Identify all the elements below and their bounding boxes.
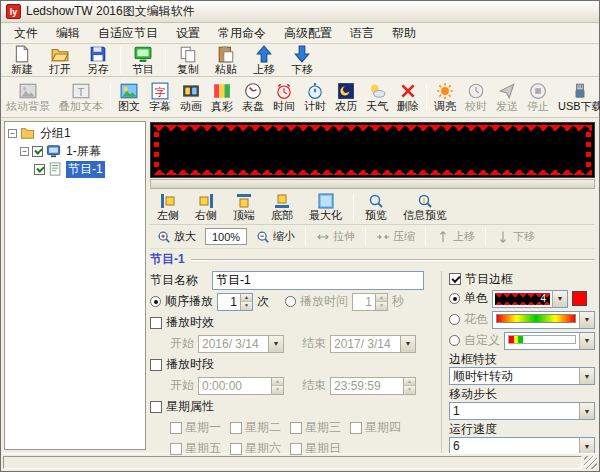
program-border-checkbox[interactable] xyxy=(449,273,461,285)
multi-color-select[interactable]: ▼ xyxy=(492,311,595,329)
paste-button[interactable]: 粘贴 xyxy=(208,43,244,77)
dropdown-arrow-icon[interactable]: ▼ xyxy=(579,333,594,349)
overlay-text-button[interactable]: T 叠加文本 xyxy=(55,80,107,114)
play-time-radio[interactable] xyxy=(285,296,296,307)
tree-program-label[interactable]: 节目-1 xyxy=(66,161,105,178)
save-as-button[interactable]: 另存 xyxy=(80,43,116,77)
move-step-select[interactable]: 1 ▼ xyxy=(449,402,595,420)
spin-up-icon[interactable]: ▲ xyxy=(241,294,252,302)
align-bottom-button[interactable]: 底部 xyxy=(264,191,300,223)
period-checkbox[interactable] xyxy=(150,359,162,371)
time-sync-button[interactable]: 校时 xyxy=(461,80,491,114)
validity-end-date-picker[interactable]: 2017/ 3/14 ▼ xyxy=(330,335,416,353)
week-attribute-checkbox[interactable] xyxy=(150,401,162,413)
resize-grip[interactable] xyxy=(584,456,597,469)
timer-button[interactable]: 计时 xyxy=(300,80,330,114)
tree-collapse-icon[interactable]: − xyxy=(20,147,29,156)
dial-button[interactable]: 表盘 xyxy=(238,80,268,114)
validity-checkbox[interactable] xyxy=(150,317,162,329)
time-button[interactable]: 时间 xyxy=(269,80,299,114)
maximize-button[interactable]: 最大化 xyxy=(302,191,349,223)
spin-down-icon[interactable]: ▼ xyxy=(241,301,252,310)
weekday-wednesday[interactable]: 星期三 xyxy=(290,419,341,436)
period-start-time-spinner[interactable]: 0:00:00 ▲▼ xyxy=(198,377,284,395)
align-left-button[interactable]: 左侧 xyxy=(150,191,186,223)
dropdown-arrow-icon[interactable]: ▼ xyxy=(579,312,594,328)
spin-up-icon[interactable]: ▲ xyxy=(272,378,283,386)
zoom-in-button[interactable]: 放大 xyxy=(152,227,201,246)
tuesday-checkbox[interactable] xyxy=(230,422,242,434)
info-preview-button[interactable]: i 信息预览 xyxy=(396,191,454,223)
weekday-tuesday[interactable]: 星期二 xyxy=(230,419,281,436)
spin-up-icon[interactable]: ▲ xyxy=(376,294,387,302)
custom-radio[interactable] xyxy=(449,335,460,346)
align-top-button[interactable]: 顶端 xyxy=(226,191,262,223)
program-name-input[interactable] xyxy=(212,271,424,290)
tree-collapse-icon[interactable]: − xyxy=(8,129,17,138)
menu-help[interactable]: 帮助 xyxy=(383,23,425,44)
graphic-text-button[interactable]: 图文 xyxy=(114,80,144,114)
monday-checkbox[interactable] xyxy=(170,422,182,434)
delete-button[interactable]: 删除 xyxy=(393,80,423,114)
menu-file[interactable]: 文件 xyxy=(5,23,47,44)
menu-advanced-config[interactable]: 高级配置 xyxy=(275,23,341,44)
copy-button[interactable]: 复制 xyxy=(170,43,206,77)
dropdown-arrow-icon[interactable]: ▼ xyxy=(400,336,415,352)
spin-down-icon[interactable]: ▼ xyxy=(376,301,387,310)
spinner-arrows[interactable]: ▲▼ xyxy=(375,294,387,310)
menu-adaptive-program[interactable]: 自适应节目 xyxy=(89,23,167,44)
multi-color-radio[interactable] xyxy=(449,314,460,325)
stop-button[interactable]: 停止 xyxy=(523,80,553,114)
preview-horizontal-scrollbar[interactable] xyxy=(150,179,595,189)
layer-down-button[interactable]: 下移 xyxy=(491,227,540,246)
stretch-button[interactable]: 拉伸 xyxy=(311,227,360,246)
spin-down-icon[interactable]: ▼ xyxy=(404,385,415,394)
screen-checkbox[interactable] xyxy=(32,146,43,157)
saturday-checkbox[interactable] xyxy=(230,443,242,455)
send-button[interactable]: 发送 xyxy=(492,80,522,114)
border-pattern-select[interactable]: 4 ▼ xyxy=(492,290,568,308)
dropdown-arrow-icon[interactable]: ▼ xyxy=(268,336,283,352)
sunday-checkbox[interactable] xyxy=(290,443,302,455)
border-effect-select[interactable]: 顺时针转动 ▼ xyxy=(449,367,595,385)
usb-download-button[interactable]: USB下载 xyxy=(554,80,600,114)
true-color-button[interactable]: 真彩 xyxy=(207,80,237,114)
dazzle-background-button[interactable]: 炫动背景 xyxy=(2,80,54,114)
validity-start-date-picker[interactable]: 2016/ 3/14 ▼ xyxy=(198,335,284,353)
tree-item-screen[interactable]: − 1-屏幕 xyxy=(5,142,145,160)
new-button[interactable]: 新建 xyxy=(4,43,40,77)
program-checkbox[interactable] xyxy=(34,164,45,175)
tree-item-group1[interactable]: − 分组1 xyxy=(5,124,145,142)
menu-language[interactable]: 语言 xyxy=(341,23,383,44)
zoom-out-button[interactable]: 缩小 xyxy=(251,227,300,246)
border-color-swatch[interactable] xyxy=(572,291,587,306)
weekday-thursday[interactable]: 星期四 xyxy=(350,419,401,436)
layer-up-button[interactable]: 上移 xyxy=(431,227,480,246)
dropdown-arrow-icon[interactable]: ▼ xyxy=(579,368,594,384)
friday-checkbox[interactable] xyxy=(170,443,182,455)
move-up-button[interactable]: 上移 xyxy=(246,43,282,77)
play-time-spinner[interactable]: 1 ▲▼ xyxy=(352,293,388,311)
dropdown-arrow-icon[interactable]: ▼ xyxy=(579,438,594,454)
dropdown-arrow-icon[interactable]: ▼ xyxy=(579,403,594,419)
move-down-button[interactable]: 下移 xyxy=(284,43,320,77)
tree-item-program[interactable]: 节目-1 xyxy=(5,160,145,178)
weekday-monday[interactable]: 星期一 xyxy=(170,419,221,436)
tree-screen-label[interactable]: 1-屏幕 xyxy=(64,143,103,160)
dropdown-arrow-icon[interactable]: ▼ xyxy=(552,291,567,307)
spinner-arrows[interactable]: ▲▼ xyxy=(271,378,283,394)
subtitle-button[interactable]: 字 字幕 xyxy=(145,80,175,114)
spin-down-icon[interactable]: ▼ xyxy=(272,385,283,394)
brightness-button[interactable]: 调亮 xyxy=(430,80,460,114)
spin-up-icon[interactable]: ▲ xyxy=(404,378,415,386)
program-button[interactable]: 节目 xyxy=(125,43,161,77)
compress-button[interactable]: 压缩 xyxy=(371,227,420,246)
open-button[interactable]: 打开 xyxy=(42,43,78,77)
spinner-arrows[interactable]: ▲▼ xyxy=(240,294,252,310)
sequential-count-spinner[interactable]: 1 ▲▼ xyxy=(217,293,253,311)
preview-button[interactable]: 预览 xyxy=(358,191,394,223)
menu-edit[interactable]: 编辑 xyxy=(47,23,89,44)
wednesday-checkbox[interactable] xyxy=(290,422,302,434)
weather-button[interactable]: 天气 xyxy=(362,80,392,114)
spinner-arrows[interactable]: ▲▼ xyxy=(403,378,415,394)
